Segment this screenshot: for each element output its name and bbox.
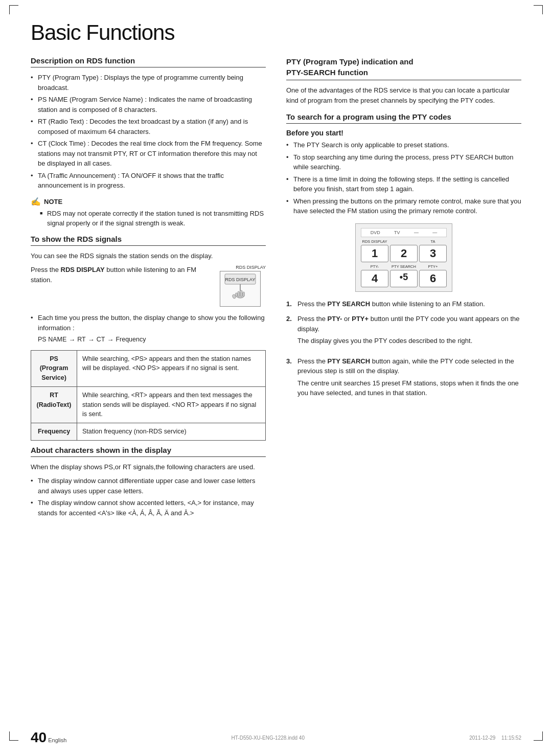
- svg-rect-6: [243, 292, 245, 296]
- arrow-icon: →: [68, 335, 75, 345]
- remote-label-ta: TA: [419, 239, 447, 244]
- pty-intro: One of the advantages of the RDS service…: [286, 85, 521, 105]
- remote-label-rds: RDS DISPLAY: [361, 239, 388, 244]
- remote-label-empty: [390, 239, 418, 244]
- rds-display-text: Press the RDS DISPLAY button while liste…: [31, 265, 215, 289]
- step-1-body: Press the PTY SEARCH button while listen…: [297, 299, 521, 309]
- remote-label-row2: PTY- PTY SEARCH PTY+: [361, 264, 447, 269]
- pty-title: PTY (Program Type) indication and PTY-SE…: [286, 56, 521, 80]
- table-row: PS(ProgramService) While searching, <PS>…: [31, 350, 266, 386]
- remote-diagram: DVD TV — — RDS DISPLAY TA 1: [355, 223, 452, 292]
- step-2: 2. Press the PTY- or PTY+ button until t…: [286, 314, 521, 351]
- remote-tv: TV: [394, 230, 400, 235]
- note-icon: ✍: [31, 197, 41, 207]
- rds-display-label: RDS DISPLAY: [220, 265, 266, 270]
- list-item: The centre unit searches 15 preset FM st…: [297, 378, 521, 398]
- pty-search-title: To search for a program using the PTY co…: [286, 112, 521, 124]
- remote-num-2: 2: [390, 247, 417, 260]
- table-cell-content: While searching, <RT> appears and then t…: [77, 386, 266, 423]
- remote-num-3: 3: [420, 247, 446, 260]
- page-number: 40: [31, 729, 47, 745]
- list-item: Each time you press the button, the disp…: [31, 313, 266, 345]
- list-item: TA (Traffic Announcement) : TA ON/OFF it…: [31, 171, 266, 191]
- rds-each-time-list: Each time you press the button, the disp…: [31, 313, 266, 345]
- remote-num-5: •5: [390, 272, 417, 283]
- rds-signals-title: To show the RDS signals: [31, 235, 266, 246]
- footer-date: 2011-12-29: [469, 735, 495, 741]
- remote-num-1: 1: [361, 247, 388, 260]
- step-num-2: 2.: [286, 314, 294, 351]
- list-item: The PTY Search is only applicable to pre…: [286, 140, 521, 150]
- list-item: The display window cannot differentiate …: [31, 476, 266, 496]
- svg-rect-4: [238, 291, 240, 296]
- remote-btn-1: 1: [361, 245, 388, 262]
- note-box: ✍ NOTE RDS may not operate correctly if …: [31, 197, 266, 228]
- step-3: 3. Press the PTY SEARCH button again, wh…: [286, 356, 521, 403]
- pty-minus-bold: PTY-: [328, 315, 342, 323]
- remote-dash2: —: [432, 230, 437, 235]
- hand-svg: RDS DISPLAY: [222, 273, 258, 304]
- rds-signals-intro: You can see the RDS signals the station …: [31, 251, 266, 261]
- step-1: 1. Press the PTY SEARCH button while lis…: [286, 299, 521, 309]
- characters-title: About characters shown in the display: [31, 446, 266, 457]
- step-num-3: 3.: [286, 356, 294, 403]
- rds-display-section: Press the RDS DISPLAY button while liste…: [31, 265, 266, 309]
- svg-text:RDS DISPLAY: RDS DISPLAY: [225, 277, 256, 282]
- pty-search-bold: PTY SEARCH: [328, 300, 371, 308]
- remote-dash1: —: [414, 230, 419, 235]
- remote-btn-5: •5: [390, 270, 418, 287]
- list-item: PS NAME (Program Service Name) : Indicat…: [31, 95, 266, 114]
- remote-num-4: 4: [361, 272, 388, 285]
- remote-num-6: 6: [420, 272, 446, 285]
- characters-list: The display window cannot differentiate …: [31, 476, 266, 518]
- corner-br: [534, 731, 543, 741]
- page-title: Basic Functions: [31, 20, 521, 45]
- characters-intro: When the display shows PS,or RT signals,…: [31, 462, 266, 472]
- footer-page-number: 40 English: [31, 729, 66, 746]
- step-3-sublist: The centre unit searches 15 preset FM st…: [297, 378, 521, 398]
- footer: 40 English HT-D550-XU-ENG-1228.indd 40 2…: [31, 729, 521, 746]
- footer-time-val: 11:15:52: [501, 735, 521, 741]
- rds-hand-display: RDS DISPLAY RDS DISPLAY: [220, 265, 266, 309]
- list-item: RDS may not operate correctly if the sta…: [40, 209, 266, 228]
- ps-name-flow: PS NAME → RT → CT → Frequency: [38, 335, 266, 345]
- note-text: NOTE: [44, 198, 62, 205]
- list-item: The display gives you the PTY codes desc…: [297, 336, 521, 346]
- list-item: CT (Clock Time) : Decodes the real time …: [31, 139, 266, 169]
- step-2-sublist: The display gives you the PTY codes desc…: [297, 336, 521, 346]
- remote-btn-4: 4: [361, 270, 388, 287]
- table-cell-header: PS(ProgramService): [31, 350, 77, 386]
- footer-time: [497, 735, 500, 741]
- list-item: The display window cannot show accented …: [31, 498, 266, 518]
- table-row: RT(RadioText) While searching, <RT> appe…: [31, 386, 266, 423]
- arrow-icon: →: [107, 335, 113, 345]
- list-item: There is a time limit in doing the follo…: [286, 174, 521, 194]
- remote-btn-row2: 4 •5 6: [361, 270, 447, 287]
- remote-dvd: DVD: [371, 230, 380, 235]
- list-item: To stop searching any time during the pr…: [286, 152, 521, 172]
- remote-diagram-container: DVD TV — — RDS DISPLAY TA 1: [286, 223, 521, 292]
- remote-btn-row1: 1 2 3: [361, 245, 447, 262]
- footer-lang: English: [48, 737, 66, 743]
- right-column: PTY (Program Type) indication and PTY-SE…: [286, 56, 521, 523]
- list-item: PTY (Program Type) : Displays the type o…: [31, 73, 266, 93]
- pty-search-bold-3: PTY SEARCH: [328, 357, 371, 365]
- table-row: Frequency Station frequency (non-RDS ser…: [31, 423, 266, 441]
- rds-display-box: RDS DISPLAY: [220, 271, 261, 307]
- pty-heading: PTY (Program Type) indication and PTY-SE…: [286, 56, 521, 80]
- list-item: When pressing the buttons on the primary…: [286, 196, 521, 216]
- remote-label-row1: RDS DISPLAY TA: [361, 239, 447, 244]
- svg-rect-5: [240, 290, 242, 296]
- footer-file: HT-D550-XU-ENG-1228.indd 40: [232, 735, 305, 741]
- note-content: RDS may not operate correctly if the sta…: [31, 209, 266, 228]
- rds-description-title: Description on RDS function: [31, 56, 266, 67]
- step-3-body: Press the PTY SEARCH button again, while…: [297, 356, 521, 403]
- remote-label-pty-plus: PTY+: [419, 264, 447, 269]
- table-cell-header: Frequency: [31, 423, 77, 441]
- note-label: ✍ NOTE: [31, 197, 266, 207]
- table-cell-content: Station frequency (non-RDS service): [77, 423, 266, 441]
- corner-tl: [9, 5, 18, 14]
- remote-btn-6: 6: [419, 270, 447, 287]
- remote-btn-3: 3: [419, 245, 447, 262]
- page: Basic Functions Description on RDS funct…: [0, 0, 552, 756]
